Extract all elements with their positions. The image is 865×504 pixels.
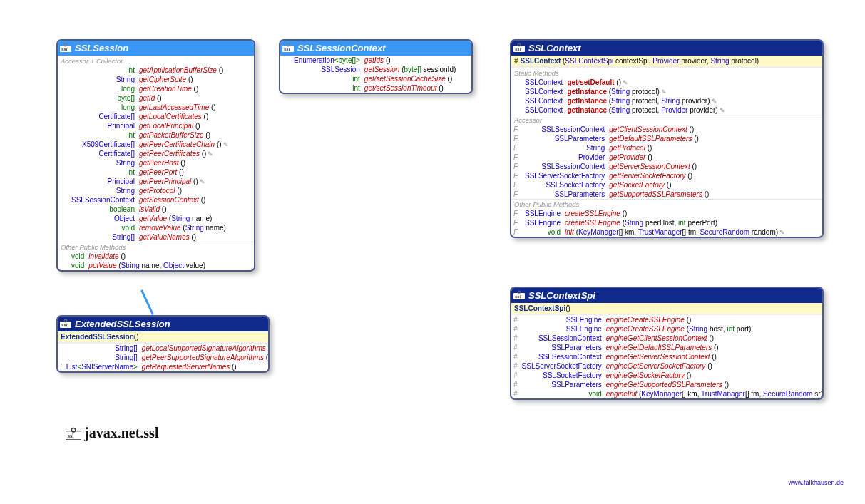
member-row: SSLSessiongetSession (byte[] sessionId) [280, 65, 471, 74]
constructor: #SSLContext (SSLContextSpi contextSpi, P… [511, 56, 822, 66]
svg-text:ssl: ssl [61, 47, 68, 51]
member-row: ObjectgetValue (String name) [58, 214, 254, 223]
member-row: intget/setSessionTimeout () [280, 83, 471, 93]
member-row: booleanisValid () [58, 205, 254, 214]
member-row: Enumeration<byte[]>getIds () [280, 56, 471, 65]
member-table: intgetApplicationBufferSize ()StringgetC… [58, 66, 254, 242]
member-row: #SSLParametersengineGetDefaultSSLParamet… [511, 343, 824, 352]
section-other: Other Public Methods [511, 199, 822, 209]
ssl-icon: ssl [513, 290, 525, 299]
member-row: SSLContextget/setDefault ()✎ [511, 78, 822, 87]
inheritance-connector [140, 289, 154, 315]
class-sslcontext: ssl SSLContext #SSLContext (SSLContextSp… [510, 39, 824, 238]
member-row: Fvoidinit (KeyManager[] km, TrustManager… [511, 227, 822, 237]
member-row: #SSLServerSocketFactoryengineGetServerSo… [511, 361, 824, 371]
member-table: FSSLEnginecreateSSLEngine ()FSSLEnginecr… [511, 209, 822, 237]
member-row: FStringgetProtocol () [511, 143, 822, 153]
class-sslsession: ssl SSLSession Accessor + Collector intg… [56, 39, 255, 272]
svg-text:ssl: ssl [284, 47, 290, 51]
svg-text:ssl: ssl [515, 47, 521, 51]
class-header: ssl SSLSessionContext [280, 41, 471, 56]
member-row: String[]getPeerSupportedSignatureAlgorit… [58, 353, 270, 362]
member-row: FSSLParametersgetSupportedSSLParameters … [511, 190, 822, 199]
member-row: intget/setSessionCacheSize () [280, 74, 471, 83]
member-row: SSLContextgetInstance (String protocol, … [511, 96, 822, 106]
member-row: StringgetProtocol () [58, 186, 254, 195]
member-row: StringgetPeerHost () [58, 158, 254, 168]
member-row: voidremoveValue (String name) [58, 223, 254, 232]
member-row: byte[]getId () [58, 93, 254, 103]
member-table: Enumeration<byte[]>getIds ()SSLSessionge… [280, 56, 471, 93]
member-row: StringgetCipherSuite () [58, 75, 254, 84]
svg-text:ssl: ssl [61, 323, 68, 327]
footer-link[interactable]: www.falkhausen.de [788, 479, 844, 486]
member-row: FProvidergetProvider () [511, 153, 822, 162]
class-title: SSLSession [75, 43, 128, 53]
constructor: SSLContextSpi() [511, 303, 822, 314]
member-row: SSLContextgetInstance (String protocol)✎ [511, 87, 822, 96]
member-row: voidputValue (String name, Object value) [58, 261, 254, 270]
section-accessor: Accessor [511, 115, 822, 125]
member-row: FSSLEnginecreateSSLEngine (String peerHo… [511, 218, 822, 227]
ssl-icon: ssl [60, 319, 71, 328]
member-row: intgetPeerPort () [58, 168, 254, 177]
ssl-icon: ssl [60, 43, 71, 52]
member-row: #SSLSessionContextengineGetServerSession… [511, 352, 824, 361]
member-table: SSLContextget/setDefault ()✎SSLContextge… [511, 78, 822, 115]
member-row: X509Certificate[]getPeerCertificateChain… [58, 140, 254, 149]
class-title: SSLContext [528, 43, 581, 53]
member-row: FSSLSocketFactorygetSocketFactory () [511, 180, 822, 190]
member-row: Certificate[]getPeerCertificates ()✎ [58, 149, 254, 158]
member-row: FSSLEnginecreateSSLEngine () [511, 209, 822, 218]
class-sslcontextspi: ssl SSLContextSpi SSLContextSpi() #SSLEn… [510, 287, 824, 400]
constructor: ExtendedSSLSession() [58, 331, 268, 342]
package-label: ssl javax.net.ssl [66, 425, 158, 441]
class-title: SSLSessionContext [297, 43, 386, 53]
member-table: #SSLEngineengineCreateSSLEngine ()#SSLEn… [511, 315, 824, 398]
member-row: longgetLastAccessedTime () [58, 103, 254, 112]
member-row: #voidengineInit (KeyManager[] km, TrustM… [511, 389, 824, 398]
member-row: FSSLSessionContextgetClientSessionContex… [511, 125, 822, 134]
member-row: #SSLSocketFactoryengineGetSocketFactory … [511, 371, 824, 380]
ssl-icon: ssl [66, 427, 81, 440]
class-title: ExtendedSSLSession [75, 319, 170, 329]
class-extendedsslsession: ssl ExtendedSSLSession ExtendedSSLSessio… [56, 315, 270, 373]
section-accessor: Accessor + Collector [58, 56, 254, 66]
member-table: String[]getLocalSupportedSignatureAlgori… [58, 344, 270, 371]
class-header: ssl SSLSession [58, 41, 254, 56]
member-row: FSSLParametersgetDefaultSSLParameters () [511, 134, 822, 143]
member-row: SSLSessionContextgetSessionContext () [58, 195, 254, 205]
member-row: PrincipalgetPeerPrincipal ()✎ [58, 177, 254, 186]
class-header: ssl SSLContextSpi [511, 288, 822, 303]
section-other: Other Public Methods [58, 242, 254, 252]
member-row: voidinvalidate () [58, 252, 254, 261]
member-row: PrincipalgetLocalPrincipal () [58, 121, 254, 130]
svg-text:ssl: ssl [515, 294, 521, 299]
member-row: #SSLEngineengineCreateSSLEngine (String … [511, 324, 824, 334]
svg-text:ssl: ssl [68, 433, 74, 439]
member-table: FSSLSessionContextgetClientSessionContex… [511, 125, 822, 199]
member-row: intgetApplicationBufferSize () [58, 66, 254, 75]
member-row: FSSLSessionContextgetServerSessionContex… [511, 162, 822, 171]
member-row: String[]getLocalSupportedSignatureAlgori… [58, 344, 270, 353]
member-row: Certificate[]getLocalCertificates () [58, 112, 254, 121]
ssl-icon: ssl [513, 43, 525, 52]
package-name: javax.net.ssl [84, 425, 158, 441]
member-row: #SSLEngineengineCreateSSLEngine () [511, 315, 824, 324]
class-title: SSLContextSpi [528, 290, 595, 301]
member-row: String[]getValueNames () [58, 232, 254, 242]
class-header: ssl ExtendedSSLSession [58, 317, 268, 331]
member-row: #SSLParametersengineGetSupportedSSLParam… [511, 380, 824, 389]
member-row: #SSLSessionContextengineGetClientSession… [511, 334, 824, 343]
member-table: voidinvalidate ()voidputValue (String na… [58, 252, 254, 270]
member-row: FSSLServerSocketFactorygetServerSocketFa… [511, 171, 822, 180]
member-row: intgetPacketBufferSize () [58, 130, 254, 140]
class-header: ssl SSLContext [511, 41, 822, 56]
class-sslsessioncontext: ssl SSLSessionContext Enumeration<byte[]… [279, 39, 473, 94]
member-row: !List<SNIServerName>getRequestedServerNa… [58, 362, 270, 371]
section-static: Static Methods [511, 68, 822, 78]
member-row: SSLContextgetInstance (String protocol, … [511, 106, 822, 115]
ssl-icon: ssl [282, 43, 294, 52]
member-row: longgetCreationTime () [58, 84, 254, 93]
